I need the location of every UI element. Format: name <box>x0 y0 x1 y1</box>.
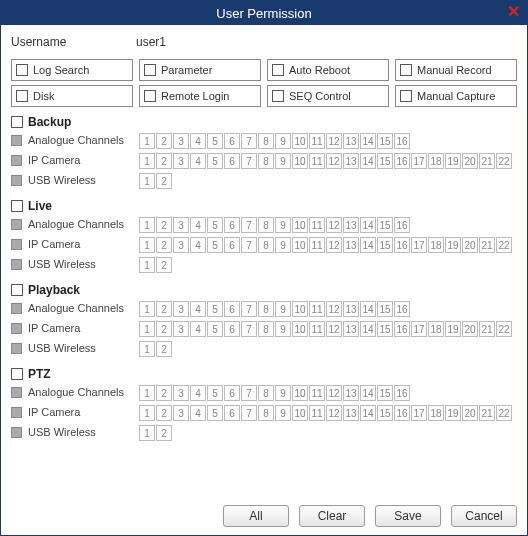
channel-playback-ipcam-19[interactable]: 19 <box>445 321 461 337</box>
channel-ptz-ipcam-16[interactable]: 16 <box>394 405 410 421</box>
channel-ptz-ipcam-22[interactable]: 22 <box>496 405 512 421</box>
channel-live-analogue-13[interactable]: 13 <box>343 217 359 233</box>
channel-backup-analogue-8[interactable]: 8 <box>258 133 274 149</box>
channel-playback-analogue-3[interactable]: 3 <box>173 301 189 317</box>
channel-live-ipcam-8[interactable]: 8 <box>258 237 274 253</box>
channel-backup-analogue-12[interactable]: 12 <box>326 133 342 149</box>
channel-ptz-analogue-14[interactable]: 14 <box>360 385 376 401</box>
checkbox-live-analogue[interactable] <box>11 219 22 230</box>
channel-live-ipcam-10[interactable]: 10 <box>292 237 308 253</box>
channel-playback-ipcam-15[interactable]: 15 <box>377 321 393 337</box>
channel-ptz-analogue-7[interactable]: 7 <box>241 385 257 401</box>
channel-live-ipcam-5[interactable]: 5 <box>207 237 223 253</box>
channel-ptz-ipcam-12[interactable]: 12 <box>326 405 342 421</box>
channel-live-ipcam-20[interactable]: 20 <box>462 237 478 253</box>
channel-ptz-ipcam-8[interactable]: 8 <box>258 405 274 421</box>
channel-ptz-ipcam-2[interactable]: 2 <box>156 405 172 421</box>
row-label-ptz-ipcam[interactable]: IP Camera <box>11 405 139 418</box>
channel-playback-analogue-16[interactable]: 16 <box>394 301 410 317</box>
channel-live-ipcam-3[interactable]: 3 <box>173 237 189 253</box>
channel-ptz-analogue-13[interactable]: 13 <box>343 385 359 401</box>
channel-playback-ipcam-16[interactable]: 16 <box>394 321 410 337</box>
channel-live-analogue-14[interactable]: 14 <box>360 217 376 233</box>
row-label-live-usb[interactable]: USB Wireless <box>11 257 139 270</box>
channel-live-analogue-12[interactable]: 12 <box>326 217 342 233</box>
channel-playback-usb-1[interactable]: 1 <box>139 341 155 357</box>
channel-backup-analogue-13[interactable]: 13 <box>343 133 359 149</box>
cancel-button[interactable]: Cancel <box>451 505 517 527</box>
channel-playback-analogue-12[interactable]: 12 <box>326 301 342 317</box>
checkbox-auto_reboot[interactable] <box>272 64 284 76</box>
channel-ptz-analogue-8[interactable]: 8 <box>258 385 274 401</box>
channel-backup-ipcam-15[interactable]: 15 <box>377 153 393 169</box>
checkbox-log_search[interactable] <box>16 64 28 76</box>
checkbox-live-usb[interactable] <box>11 259 22 270</box>
channel-playback-ipcam-3[interactable]: 3 <box>173 321 189 337</box>
channel-live-usb-1[interactable]: 1 <box>139 257 155 273</box>
checkbox-manual_record[interactable] <box>400 64 412 76</box>
channel-backup-analogue-5[interactable]: 5 <box>207 133 223 149</box>
channel-playback-analogue-9[interactable]: 9 <box>275 301 291 317</box>
row-label-backup-analogue[interactable]: Analogue Channels <box>11 133 139 146</box>
channel-ptz-usb-2[interactable]: 2 <box>156 425 172 441</box>
channel-backup-analogue-10[interactable]: 10 <box>292 133 308 149</box>
channel-ptz-usb-1[interactable]: 1 <box>139 425 155 441</box>
checkbox-live-ipcam[interactable] <box>11 239 22 250</box>
channel-ptz-ipcam-19[interactable]: 19 <box>445 405 461 421</box>
channel-ptz-ipcam-18[interactable]: 18 <box>428 405 444 421</box>
channel-live-analogue-2[interactable]: 2 <box>156 217 172 233</box>
row-label-live-ipcam[interactable]: IP Camera <box>11 237 139 250</box>
channel-ptz-analogue-15[interactable]: 15 <box>377 385 393 401</box>
perm-seq_control[interactable]: SEQ Control <box>267 85 389 107</box>
row-label-playback-analogue[interactable]: Analogue Channels <box>11 301 139 314</box>
channel-backup-analogue-2[interactable]: 2 <box>156 133 172 149</box>
checkbox-section-backup[interactable] <box>11 116 23 128</box>
row-label-ptz-analogue[interactable]: Analogue Channels <box>11 385 139 398</box>
channel-ptz-analogue-5[interactable]: 5 <box>207 385 223 401</box>
checkbox-section-live[interactable] <box>11 200 23 212</box>
channel-playback-ipcam-2[interactable]: 2 <box>156 321 172 337</box>
channel-playback-ipcam-11[interactable]: 11 <box>309 321 325 337</box>
channel-live-ipcam-14[interactable]: 14 <box>360 237 376 253</box>
channel-ptz-ipcam-9[interactable]: 9 <box>275 405 291 421</box>
row-label-playback-ipcam[interactable]: IP Camera <box>11 321 139 334</box>
channel-live-ipcam-12[interactable]: 12 <box>326 237 342 253</box>
checkbox-backup-ipcam[interactable] <box>11 155 22 166</box>
channel-ptz-ipcam-6[interactable]: 6 <box>224 405 240 421</box>
channel-live-ipcam-7[interactable]: 7 <box>241 237 257 253</box>
channel-backup-analogue-7[interactable]: 7 <box>241 133 257 149</box>
channel-backup-ipcam-17[interactable]: 17 <box>411 153 427 169</box>
channel-ptz-analogue-4[interactable]: 4 <box>190 385 206 401</box>
channel-playback-ipcam-12[interactable]: 12 <box>326 321 342 337</box>
channel-live-analogue-11[interactable]: 11 <box>309 217 325 233</box>
checkbox-ptz-usb[interactable] <box>11 427 22 438</box>
channel-ptz-analogue-6[interactable]: 6 <box>224 385 240 401</box>
perm-log_search[interactable]: Log Search <box>11 59 133 81</box>
channel-playback-analogue-13[interactable]: 13 <box>343 301 359 317</box>
channel-backup-ipcam-8[interactable]: 8 <box>258 153 274 169</box>
channel-live-ipcam-6[interactable]: 6 <box>224 237 240 253</box>
channel-playback-ipcam-8[interactable]: 8 <box>258 321 274 337</box>
channel-playback-ipcam-5[interactable]: 5 <box>207 321 223 337</box>
channel-backup-ipcam-18[interactable]: 18 <box>428 153 444 169</box>
channel-live-ipcam-18[interactable]: 18 <box>428 237 444 253</box>
perm-auto_reboot[interactable]: Auto Reboot <box>267 59 389 81</box>
channel-live-ipcam-21[interactable]: 21 <box>479 237 495 253</box>
channel-ptz-ipcam-14[interactable]: 14 <box>360 405 376 421</box>
channel-live-ipcam-19[interactable]: 19 <box>445 237 461 253</box>
channel-live-ipcam-4[interactable]: 4 <box>190 237 206 253</box>
channel-backup-ipcam-6[interactable]: 6 <box>224 153 240 169</box>
channel-backup-analogue-9[interactable]: 9 <box>275 133 291 149</box>
channel-backup-analogue-1[interactable]: 1 <box>139 133 155 149</box>
channel-playback-ipcam-18[interactable]: 18 <box>428 321 444 337</box>
channel-ptz-ipcam-11[interactable]: 11 <box>309 405 325 421</box>
channel-ptz-ipcam-5[interactable]: 5 <box>207 405 223 421</box>
channel-live-ipcam-9[interactable]: 9 <box>275 237 291 253</box>
channel-backup-ipcam-7[interactable]: 7 <box>241 153 257 169</box>
channel-playback-ipcam-17[interactable]: 17 <box>411 321 427 337</box>
channel-ptz-ipcam-21[interactable]: 21 <box>479 405 495 421</box>
section-head-playback[interactable]: Playback <box>11 283 517 297</box>
channel-backup-analogue-16[interactable]: 16 <box>394 133 410 149</box>
channel-playback-ipcam-22[interactable]: 22 <box>496 321 512 337</box>
channel-playback-ipcam-20[interactable]: 20 <box>462 321 478 337</box>
